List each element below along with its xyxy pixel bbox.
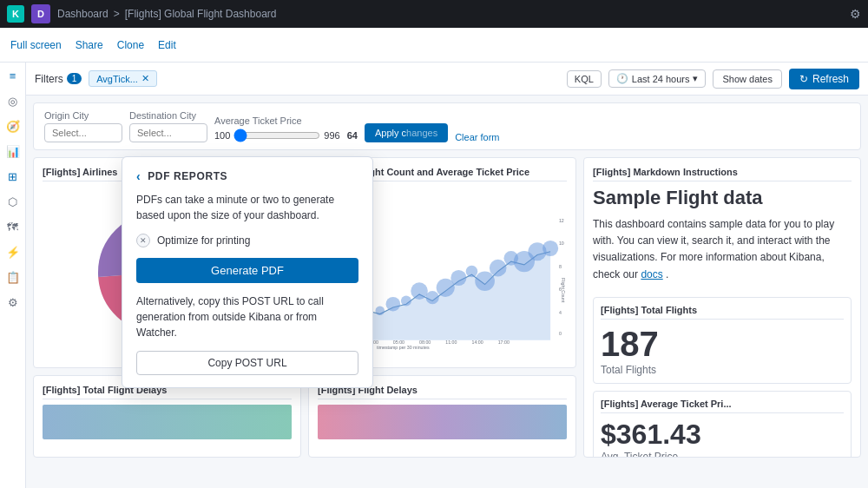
refresh-label: Refresh (812, 73, 849, 85)
optimize-radio[interactable]: ✕ (136, 234, 150, 247)
svg-point-21 (386, 297, 401, 312)
sidebar-icon-visualize[interactable]: 📊 (6, 145, 20, 158)
markdown-card-title: [Flights] Markdown Instructions (593, 167, 852, 181)
edit-button[interactable]: Edit (158, 39, 176, 51)
breadcrumb-separator: > (114, 8, 120, 20)
fullscreen-button[interactable]: Full screen (10, 39, 62, 51)
total-flights-label: Total Flights (601, 364, 844, 376)
toolbar: Filters 1 AvgTick... ✕ KQL 🕐 Last 24 hou… (26, 63, 868, 96)
secondary-nav: Full screen Share Clone Edit (0, 28, 868, 63)
chevron-down-icon: ▾ (693, 73, 698, 84)
svg-text:8: 8 (559, 264, 562, 269)
clear-form-button[interactable]: Clear form (455, 132, 499, 142)
svg-point-26 (450, 270, 466, 286)
sidebar-icon-stack[interactable]: 📋 (6, 271, 20, 284)
breadcrumb: Dashboard > [Flights] Global Flight Dash… (57, 8, 276, 20)
sidebar-icon-maps[interactable]: 🗺 (7, 221, 18, 234)
filters-label: Filters (35, 73, 63, 85)
origin-city-group: Origin City (44, 110, 122, 142)
show-dates-button[interactable]: Show dates (713, 69, 781, 89)
sidebar-icon-dashboard[interactable]: ⊞ (8, 170, 17, 183)
sidebar: ≡ ◎ 🧭 📊 ⊞ ⬡ 🗺 ⚡ 📋 ⚙ (0, 63, 26, 488)
svg-text:17:00: 17:00 (498, 340, 510, 345)
filter-tag-text: AvgTick... (96, 74, 138, 84)
range-min: 100 (214, 130, 230, 141)
pdf-popup-header: ‹ PDF REPORTS (136, 169, 358, 183)
range-max: 996 (324, 130, 339, 141)
total-flights-value: 187 (601, 325, 844, 364)
svg-point-22 (401, 295, 411, 306)
total-flights-sub-card: [Flights] Total Flights 187 Total Flight… (593, 297, 852, 384)
markdown-body: This dashboard contains sample data for … (593, 216, 852, 283)
avg-ticket-value: $361.43 (601, 419, 844, 451)
svg-text:12: 12 (559, 218, 564, 223)
pdf-optimize-row: ✕ Optimize for printing (136, 234, 358, 247)
filter-remove-icon[interactable]: ✕ (141, 73, 149, 84)
svg-point-33 (542, 241, 558, 256)
sidebar-icon-search[interactable]: ◎ (8, 95, 17, 108)
svg-point-29 (490, 260, 507, 277)
optimize-label: Optimize for printing (157, 234, 250, 247)
svg-text:Flight Count: Flight Count (561, 278, 566, 303)
filter-tag[interactable]: AvgTick... ✕ (89, 70, 157, 87)
delays-bar (43, 405, 292, 439)
origin-city-input[interactable] (44, 123, 122, 142)
generate-pdf-button[interactable]: Generate PDF (136, 258, 358, 283)
markdown-body-text: This dashboard contains sample data for … (593, 218, 834, 280)
svg-point-27 (466, 266, 478, 278)
svg-point-20 (375, 306, 385, 315)
top-nav: K D Dashboard > [Flights] Global Flight … (0, 0, 868, 28)
sidebar-icon-discover[interactable]: 🧭 (6, 120, 20, 133)
range-value: 64 (347, 130, 358, 141)
markdown-heading: Sample Flight data (593, 187, 852, 209)
svg-text:4: 4 (559, 310, 562, 315)
pdf-popup-title: PDF REPORTS (148, 170, 227, 182)
range-slider[interactable] (233, 129, 320, 142)
copy-post-url-button[interactable]: Copy POST URL (136, 351, 358, 375)
pdf-back-button[interactable]: ‹ (136, 169, 141, 183)
pdf-popup: ‹ PDF REPORTS PDFs can take a minute or … (122, 156, 373, 388)
sidebar-icon-ml[interactable]: ⚡ (6, 246, 20, 259)
sidebar-icon-settings[interactable]: ⚙ (8, 296, 18, 309)
clock-icon: 🕐 (616, 73, 628, 84)
avg-ticket-label: Avg. Ticket Price (601, 451, 844, 458)
svg-text:14:00: 14:00 (471, 340, 483, 345)
kibana-logo[interactable]: K (7, 5, 24, 23)
svg-text:08:00: 08:00 (419, 340, 431, 345)
time-filter[interactable]: 🕐 Last 24 hours ▾ (608, 69, 707, 88)
settings-icon[interactable]: ⚙ (850, 7, 861, 21)
breadcrumb-home[interactable]: Dashboard (57, 8, 108, 20)
avg-ticket-sub-card: [Flights] Average Ticket Pri... $361.43 … (593, 391, 852, 458)
sidebar-icon-canvas[interactable]: ⬡ (8, 195, 17, 208)
dest-city-input[interactable] (129, 123, 207, 142)
markdown-card: [Flights] Markdown Instructions Sample F… (583, 157, 861, 458)
svg-text:11:00: 11:00 (445, 340, 457, 345)
refresh-button[interactable]: ↻ Refresh (789, 69, 859, 89)
filter-badge: Filters 1 (35, 73, 82, 85)
share-button[interactable]: Share (76, 39, 103, 51)
breadcrumb-current: [Flights] Global Flight Dashboard (125, 8, 277, 20)
svg-text:10: 10 (559, 241, 564, 246)
dest-city-group: Destination City (129, 110, 207, 142)
refresh-icon: ↻ (799, 73, 808, 85)
main-content: Filters 1 AvgTick... ✕ KQL 🕐 Last 24 hou… (26, 63, 868, 488)
svg-point-28 (475, 271, 495, 291)
svg-text:timestamp per 30 minutes: timestamp per 30 minutes (377, 345, 430, 350)
pdf-alt-text: Alternatively, copy this POST URL to cal… (136, 293, 358, 340)
filter-count-badge: 1 (67, 73, 82, 84)
time-range-text: Last 24 hours (632, 74, 690, 84)
avg-ticket-title: [Flights] Average Ticket Pri... (601, 399, 844, 413)
flight-delays-bar (318, 405, 567, 439)
filter-panel: Origin City Destination City Average Tic… (33, 102, 861, 150)
clone-button[interactable]: Clone (117, 39, 144, 51)
svg-point-23 (411, 282, 428, 300)
apply-button[interactable]: Apply changes (365, 123, 448, 142)
pdf-popup-description: PDFs can take a minute or two to generat… (136, 192, 358, 223)
kql-button[interactable]: KQL (567, 70, 602, 88)
sidebar-icon-menu[interactable]: ≡ (10, 69, 16, 82)
filter-row: Origin City Destination City Average Tic… (44, 110, 850, 142)
docs-link[interactable]: docs (641, 268, 662, 280)
avg-ticket-label: Average Ticket Price (214, 115, 358, 126)
svg-point-24 (426, 291, 439, 304)
app-icon[interactable]: D (31, 4, 50, 23)
